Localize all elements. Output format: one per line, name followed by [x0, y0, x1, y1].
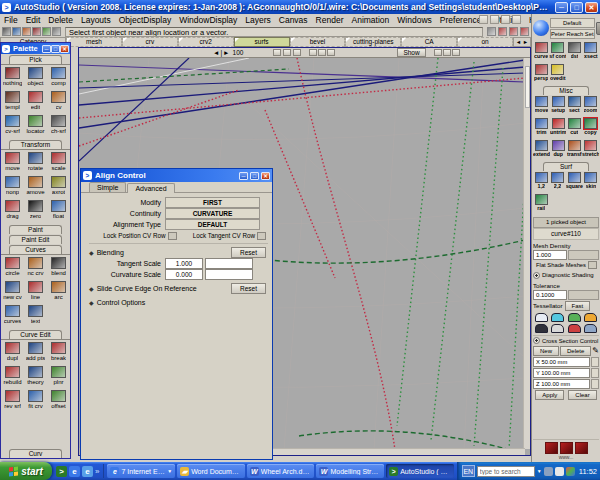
palette-tool[interactable]: axrot [47, 175, 70, 199]
shelf-set-default[interactable]: Default [550, 18, 595, 28]
camera-icon[interactable] [273, 49, 281, 56]
diagnostic-shade-mode-icon[interactable] [535, 313, 548, 322]
shelf-tool[interactable]: ovedit [550, 63, 567, 85]
grid-toggle-icon[interactable] [309, 49, 317, 56]
language-indicator[interactable]: EN [462, 465, 475, 477]
palette-minimize-button[interactable]: ─ [42, 45, 51, 53]
show-menu-button[interactable]: Show [397, 48, 425, 57]
shelf-tool[interactable]: zoom [582, 95, 599, 117]
vertical-scrollbar[interactable] [523, 58, 530, 449]
mesh-density-slider[interactable] [568, 250, 599, 260]
diagnostic-shade-mode-icon[interactable] [584, 324, 597, 333]
pane-max-icon[interactable] [452, 49, 460, 56]
magnifier-icon[interactable] [293, 49, 301, 56]
shelf-tool[interactable]: stretch [582, 139, 599, 161]
section-coordinate-input[interactable]: Y 100.00 mm [533, 368, 590, 378]
section-coordinate-toggle[interactable] [591, 368, 599, 378]
shelf-tool[interactable]: xsect [583, 41, 599, 63]
dialog-maximize-button[interactable]: □ [250, 172, 259, 180]
palette-tool[interactable]: line [24, 280, 47, 304]
shelf-tool[interactable]: extend [533, 139, 550, 161]
shelf-scroll-arrows[interactable]: ◄ ► [513, 37, 531, 47]
tray-icon[interactable] [544, 467, 553, 476]
model-toggle-icon[interactable] [327, 49, 335, 56]
taskbar-button[interactable]: e 7 Internet Explorer ▼ [107, 464, 175, 478]
palette-tool[interactable]: add pts [24, 341, 47, 365]
dialog-close-button[interactable]: ✕ [261, 172, 270, 180]
palette-tool[interactable]: drag [1, 199, 24, 223]
prompt-tool-icon[interactable] [52, 27, 61, 36]
shelf-tool[interactable]: dup [550, 139, 566, 161]
close-button[interactable]: ✕ [585, 2, 598, 13]
taskbar-button[interactable]: > AutoStudio ( Versio... [386, 464, 454, 478]
hide-icon[interactable] [283, 49, 291, 56]
palette-tool[interactable]: break [47, 341, 70, 365]
dialog-tab[interactable]: Simple [89, 182, 126, 192]
shelf-tool[interactable]: untrim [550, 117, 566, 139]
menu-item[interactable]: Windows [393, 15, 435, 25]
section-toggle-icon[interactable]: ◆ [89, 299, 94, 306]
prompt-tool-icon[interactable] [32, 27, 41, 36]
palette-tool[interactable]: scale [47, 151, 70, 175]
shelf-tool[interactable]: trim [533, 117, 550, 139]
toolbar-icon[interactable] [509, 27, 518, 36]
palette-tool[interactable]: rev srf [1, 389, 24, 413]
palette-tool[interactable]: theory [24, 365, 47, 389]
shelf-tab[interactable]: crv2 [178, 37, 234, 47]
palette-tool[interactable]: locator [24, 114, 47, 138]
menu-item[interactable]: Animation [348, 15, 394, 25]
section-coordinate-input[interactable]: X 50.00 mm [533, 357, 590, 367]
shelf-tool[interactable]: dst [566, 41, 582, 63]
cross-section-radio[interactable] [533, 337, 540, 344]
shade-toggle-icon[interactable] [318, 49, 326, 56]
tolerance-input[interactable]: 0.1000 [533, 290, 567, 300]
prompt-tool-icon[interactable] [12, 27, 21, 36]
shelf-tool[interactable]: sect [566, 95, 582, 117]
palette-tool[interactable]: move [1, 151, 24, 175]
diagnostic-shade-mode-icon[interactable] [551, 313, 564, 322]
palette-tab-paint-edit[interactable]: Paint Edit [9, 235, 62, 244]
palette-close-button[interactable]: ✕ [60, 45, 69, 53]
palette-tool[interactable]: curves [1, 304, 24, 328]
palette-maximize-button[interactable]: □ [51, 45, 60, 53]
field-value-dropdown[interactable]: DEFAULT [165, 219, 260, 230]
menu-item[interactable]: Edit [22, 15, 45, 25]
palette-tool[interactable]: zero [24, 199, 47, 223]
section-coordinate-toggle[interactable] [591, 379, 599, 389]
palette-tool[interactable]: edit [24, 90, 47, 114]
palette-tool[interactable]: blend [47, 256, 70, 280]
diagnostic-shade-mode-icon[interactable] [568, 313, 581, 322]
pencil-icon[interactable]: ✎ [592, 346, 599, 355]
shelf-tool[interactable]: rail [533, 193, 549, 215]
section-coordinate-toggle[interactable] [591, 357, 599, 367]
banner-icon[interactable] [545, 442, 558, 454]
palette-tool[interactable]: offset [47, 389, 70, 413]
scale-input[interactable]: 0.000 [165, 269, 203, 280]
section-toggle-icon[interactable]: ◆ [89, 249, 94, 256]
shelf-tool[interactable]: square [566, 171, 583, 193]
palette-tool[interactable]: nc crv [24, 256, 47, 280]
menu-item[interactable]: ObjectDisplay [115, 15, 175, 25]
palette-tab-paint[interactable]: Paint [9, 225, 62, 234]
shelf-tool[interactable]: transf [566, 139, 582, 161]
palette-tool[interactable]: nothing [1, 66, 24, 90]
layer-icon[interactable] [479, 15, 488, 24]
pane-split-icon[interactable] [443, 49, 451, 56]
toolbar-icon[interactable] [520, 27, 529, 36]
palette-tool[interactable]: cv-srf [1, 114, 24, 138]
maximize-button[interactable]: □ [570, 2, 583, 13]
section-coordinate-input[interactable]: Z 100.00 mm [533, 379, 590, 389]
menu-item[interactable]: File [0, 15, 22, 25]
shelf-tool[interactable]: curve [533, 41, 549, 63]
start-button[interactable]: start [0, 462, 52, 480]
palette-tool[interactable]: rotate [24, 151, 47, 175]
delete-section-button[interactable]: Delete [560, 346, 591, 356]
palette-tool[interactable]: float [47, 199, 70, 223]
palette-tool[interactable]: fit crv [24, 389, 47, 413]
palette-tab-curve-edit[interactable]: Curve Edit [9, 330, 62, 339]
shelf-tab[interactable]: bevel [290, 37, 346, 47]
shelf-tool[interactable]: skin [583, 171, 599, 193]
scale-input[interactable]: 1.000 [165, 258, 203, 269]
flat-shade-checkbox[interactable] [588, 261, 597, 269]
quick-launch-more-icon[interactable]: » [95, 467, 99, 476]
